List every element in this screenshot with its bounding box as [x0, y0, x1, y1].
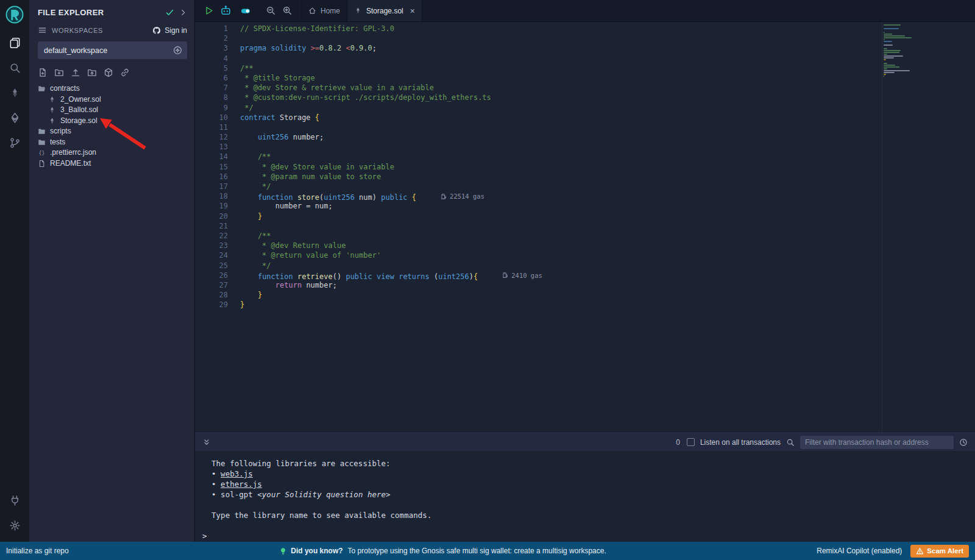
cube-button[interactable]	[104, 68, 113, 77]
json-icon: {}	[38, 149, 46, 157]
code-line: }	[240, 211, 975, 221]
terminal-output[interactable]: The following libraries are accessible: …	[195, 451, 975, 542]
gas-estimate: 22514 gas	[441, 191, 484, 201]
terminal-collapse-icon[interactable]	[202, 438, 211, 447]
line-number: 23	[195, 241, 228, 250]
sol-file-icon	[48, 96, 56, 104]
line-number: 4	[195, 54, 228, 63]
icon-bar-git[interactable]	[0, 130, 29, 155]
workspaces-label: WORKSPACES	[52, 27, 147, 34]
workspaces-menu-icon[interactable]	[38, 26, 47, 35]
scam-alert-button[interactable]: Scam Alert	[910, 545, 969, 558]
new-file-icon	[38, 68, 48, 77]
code-editor[interactable]: 1234567891011121314151617181920212223242…	[195, 22, 975, 433]
folder-open-icon	[38, 85, 46, 93]
tree-item-.prettierrc.json[interactable]: {}.prettierrc.json	[29, 147, 194, 158]
copilot-toggle-button[interactable]	[238, 6, 254, 16]
tree-item-Storage.sol[interactable]: Storage.sol	[29, 116, 194, 127]
new-folder-button[interactable]	[54, 68, 64, 77]
line-number: 6	[195, 73, 228, 83]
copilot-robot-button[interactable]	[220, 5, 232, 16]
tab-home[interactable]: Home	[302, 0, 347, 21]
terminal-link[interactable]: ethers.js	[221, 480, 262, 489]
file-tree: contracts2_Owner.sol3_Ballot.solStorage.…	[29, 83, 194, 169]
line-number: 19	[195, 201, 228, 211]
tree-item-3_Ballot.sol[interactable]: 3_Ballot.sol	[29, 105, 194, 116]
line-number: 9	[195, 103, 228, 113]
tab-label: Storage.sol	[366, 7, 403, 15]
file-toolbar	[29, 60, 194, 81]
tree-item-label: .prettierrc.json	[50, 147, 96, 158]
icon-bar-search[interactable]	[0, 55, 29, 80]
transaction-filter-input[interactable]	[800, 436, 954, 449]
sol-file-icon	[48, 117, 56, 125]
line-number: 3	[195, 43, 228, 53]
code-line	[240, 221, 975, 231]
copilot-status[interactable]: RemixAI Copilot (enabled)	[817, 547, 902, 555]
zoom-in-button[interactable]	[282, 5, 292, 16]
github-icon	[152, 26, 161, 35]
icon-bar-deploy-run[interactable]	[0, 105, 29, 130]
workspace-select[interactable]: default_workspace	[38, 41, 187, 59]
chevron-right-icon[interactable]	[179, 9, 187, 16]
new-file-button[interactable]	[38, 68, 48, 77]
clock-icon[interactable]	[959, 438, 968, 447]
line-number: 27	[195, 280, 228, 290]
code-line: */	[240, 261, 975, 271]
tree-item-scripts[interactable]: scripts	[29, 126, 194, 137]
line-number: 13	[195, 142, 228, 152]
listen-all-transactions-label: Listen on all transactions	[700, 438, 781, 447]
sign-in-label: Sign in	[165, 26, 187, 35]
lightbulb-icon	[279, 547, 287, 555]
line-number: 29	[195, 300, 228, 310]
line-number: 22	[195, 231, 228, 241]
tree-item-2_Owner.sol[interactable]: 2_Owner.sol	[29, 94, 194, 105]
terminal-search-icon	[786, 438, 795, 447]
upload-file-icon	[71, 68, 80, 77]
link-button[interactable]	[120, 68, 130, 77]
upload-file-button[interactable]	[71, 68, 80, 77]
icon-bar-plugin-manager[interactable]	[0, 488, 29, 513]
sign-in-button[interactable]: Sign in	[152, 26, 187, 35]
tree-item-contracts[interactable]: contracts	[29, 83, 194, 94]
line-number: 1	[195, 24, 228, 34]
upload-folder-icon	[87, 68, 97, 77]
copilot-toggle-icon	[238, 6, 254, 16]
main-row: FILE EXPLORER WORKSPACES Sign in default…	[0, 0, 975, 542]
terminal-line: The following libraries are accessible:	[202, 458, 975, 469]
folder-icon	[38, 127, 46, 135]
line-number: 10	[195, 113, 228, 122]
git-init-button[interactable]: Initialize as git repo	[6, 547, 69, 555]
play-button[interactable]	[204, 5, 214, 16]
tree-item-README.txt[interactable]: README.txt	[29, 158, 194, 169]
transaction-count-badge: 0	[676, 438, 680, 447]
home-icon	[308, 7, 316, 15]
terminal-link[interactable]: web3.js	[221, 469, 253, 478]
link-icon	[120, 68, 130, 77]
upload-folder-button[interactable]	[87, 68, 97, 77]
line-number: 26	[195, 271, 228, 280]
icon-bar-settings[interactable]	[0, 513, 29, 538]
tab-storage-sol[interactable]: Storage.sol×	[347, 0, 422, 21]
terminal-header: 0 Listen on all transactions	[195, 433, 975, 451]
tree-item-tests[interactable]: tests	[29, 137, 194, 148]
line-number: 12	[195, 132, 228, 142]
code-line: * @custom:dev-run-script ./scripts/deplo…	[240, 93, 975, 102]
terminal-line: • ethers.js	[202, 479, 975, 489]
workspace-options-icon[interactable]	[173, 46, 182, 55]
status-bar: Initialize as git repo Did you know? To …	[0, 542, 975, 560]
icon-bar-solidity-compiler[interactable]	[0, 80, 29, 105]
zoom-out-button[interactable]	[266, 5, 276, 16]
code-line: function store(uint256 num) public {2251…	[240, 191, 975, 201]
remix-logo-icon[interactable]	[5, 5, 24, 24]
icon-bar-file-explorer[interactable]	[0, 30, 29, 55]
close-tab-icon[interactable]: ×	[410, 7, 415, 15]
line-number: 8	[195, 93, 228, 102]
code-lines: // SPDX-License-Identifier: GPL-3.0pragm…	[240, 22, 975, 433]
tree-item-label: README.txt	[50, 158, 91, 169]
tree-item-label: tests	[50, 137, 65, 148]
code-line	[240, 142, 975, 152]
minimap[interactable]	[884, 24, 931, 77]
listen-all-transactions-checkbox[interactable]	[687, 438, 695, 446]
line-number: 24	[195, 250, 228, 260]
